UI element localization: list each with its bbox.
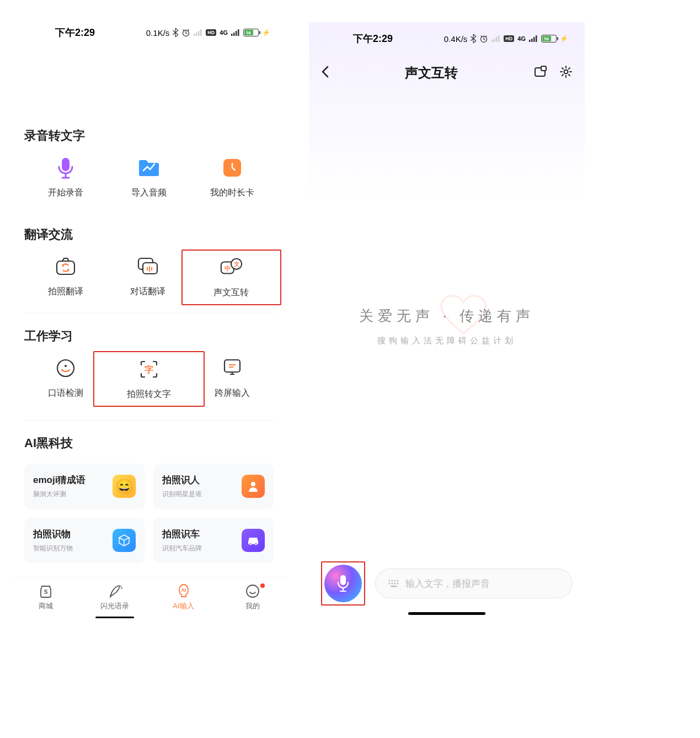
mic-icon xyxy=(54,156,77,179)
svg-point-48 xyxy=(394,580,396,582)
svg-text:S: S xyxy=(44,589,47,595)
page-title: 声文互转 xyxy=(405,64,458,82)
svg-rect-38 xyxy=(529,40,531,42)
dialogue-icon xyxy=(136,255,159,278)
shop-icon: S xyxy=(38,583,54,599)
svg-rect-36 xyxy=(496,37,498,42)
status-bar: 下午2:29 0.1K/s HD 4G 56 ⚡ xyxy=(11,22,287,43)
network-4g: 4G xyxy=(517,35,526,42)
item-time-card[interactable]: 我的时长卡 xyxy=(190,156,274,199)
nav-mine[interactable]: 我的 xyxy=(218,583,287,618)
signal-icon xyxy=(194,29,202,36)
status-time: 下午2:29 xyxy=(55,26,95,39)
svg-rect-39 xyxy=(531,39,533,42)
card-emoji-idiom[interactable]: emoji猜成语 脑洞大评测 😄 xyxy=(24,464,145,509)
battery-icon: 56 xyxy=(243,29,259,36)
svg-rect-24 xyxy=(225,360,240,372)
bluetooth-icon xyxy=(173,28,178,37)
svg-point-29 xyxy=(255,543,257,545)
screen-right: 下午2:29 0.4K/s HD 4G 56 ⚡ 声文互转 关爱 xyxy=(309,22,585,618)
svg-point-28 xyxy=(249,543,252,545)
svg-text:文: 文 xyxy=(233,261,239,267)
slogan-area: 关爱无声 · 传递有声 搜狗输入法无障碍公益计划 xyxy=(309,91,585,561)
svg-rect-25 xyxy=(229,364,236,365)
item-photo-translate[interactable]: 拍照翻译 xyxy=(24,255,106,300)
svg-text:中: 中 xyxy=(225,265,231,272)
svg-rect-54 xyxy=(391,586,397,587)
folder-icon xyxy=(137,156,161,179)
car-icon xyxy=(242,529,265,552)
mic-highlight xyxy=(321,561,365,606)
svg-rect-7 xyxy=(236,31,237,36)
mic-button[interactable] xyxy=(324,565,362,602)
svg-text:AI: AI xyxy=(181,587,186,593)
svg-rect-2 xyxy=(196,33,197,36)
section-ai: AI黑科技 emoji猜成语 脑洞大评测 😄 拍照识人 识别明星是谁 xyxy=(11,421,287,577)
feather-icon xyxy=(107,583,122,599)
photo-text-icon: 字 xyxy=(137,358,161,381)
svg-rect-16 xyxy=(151,267,152,270)
svg-rect-9 xyxy=(62,158,70,171)
status-time-2: 下午2:29 xyxy=(353,32,393,45)
svg-rect-26 xyxy=(229,367,233,368)
smile-icon xyxy=(245,583,260,599)
time-card-icon xyxy=(221,156,244,179)
svg-point-22 xyxy=(65,365,67,367)
item-import-audio[interactable]: 导入音频 xyxy=(108,156,191,199)
item-photo-to-text[interactable]: 字 拍照转文字 xyxy=(93,351,204,407)
svg-rect-15 xyxy=(149,266,150,272)
back-button[interactable] xyxy=(321,66,329,80)
status-icons: 0.1K/s HD 4G 56 ⚡ xyxy=(146,28,270,38)
svg-rect-5 xyxy=(231,34,233,36)
nav-quotes[interactable]: 闪光语录 xyxy=(80,583,149,618)
signal-icon-2 xyxy=(529,35,538,42)
screen-icon xyxy=(221,357,244,380)
input-placeholder: 输入文字，播报声音 xyxy=(405,577,490,590)
input-area: 输入文字，播报声音 xyxy=(309,561,585,612)
ai-icon: AI xyxy=(176,583,191,599)
svg-text:字: 字 xyxy=(145,364,153,374)
svg-rect-37 xyxy=(498,35,500,42)
svg-rect-14 xyxy=(147,267,148,270)
settings-button[interactable] xyxy=(559,65,573,81)
card-photo-person[interactable]: 拍照识人 识别明星是谁 xyxy=(153,464,274,509)
nav-ai-input[interactable]: AI AI输入 xyxy=(149,583,218,618)
status-icons-2: 0.4K/s HD 4G 56 ⚡ xyxy=(444,34,568,44)
item-dialogue-translate[interactable]: 对话翻译 xyxy=(106,255,189,300)
text-input[interactable]: 输入文字，播报声音 xyxy=(375,569,573,598)
nav-shop[interactable]: S 商城 xyxy=(11,583,80,618)
screen-left: 下午2:29 0.1K/s HD 4G 56 ⚡ 录音转文字 开始录音 xyxy=(11,22,287,618)
mic-icon xyxy=(336,574,350,593)
status-bar-2: 下午2:29 0.4K/s HD 4G 56 ⚡ xyxy=(309,22,585,55)
item-start-record[interactable]: 开始录音 xyxy=(24,156,108,199)
hd-badge: HD xyxy=(504,35,514,42)
card-photo-car[interactable]: 拍照识车 识别汽车品牌 xyxy=(153,518,274,563)
section-title-work: 工作学习 xyxy=(24,328,274,344)
card-photo-object[interactable]: 拍照识物 智能识别万物 xyxy=(24,518,145,563)
network-4g: 4G xyxy=(220,29,228,36)
item-cross-screen[interactable]: 跨屏输入 xyxy=(191,357,274,407)
home-indicator[interactable] xyxy=(408,612,485,615)
svg-point-21 xyxy=(57,360,74,376)
svg-point-50 xyxy=(389,583,391,585)
blank-area xyxy=(11,43,287,113)
svg-point-32 xyxy=(247,585,259,597)
cube-icon xyxy=(113,529,136,552)
voice-text-icon: 中文 xyxy=(220,256,243,279)
charging-icon: ⚡ xyxy=(262,29,270,36)
section-title-record: 录音转文字 xyxy=(24,128,274,144)
section-title-ai: AI黑科技 xyxy=(24,435,274,452)
battery-icon: 56 xyxy=(541,35,557,43)
svg-rect-41 xyxy=(536,35,537,42)
svg-point-47 xyxy=(392,580,393,582)
svg-point-53 xyxy=(397,583,399,585)
bluetooth-icon xyxy=(471,34,476,43)
svg-rect-3 xyxy=(198,31,200,36)
svg-rect-1 xyxy=(194,34,195,36)
section-translate: 翻译交流 拍照翻译 对话翻译 中文 声文互转 xyxy=(11,212,287,314)
alarm-icon xyxy=(479,34,488,43)
svg-rect-34 xyxy=(491,40,493,42)
item-voice-text-convert[interactable]: 中文 声文互转 xyxy=(181,249,281,305)
pip-button[interactable] xyxy=(534,65,547,81)
emoji-icon: 😄 xyxy=(113,475,136,498)
